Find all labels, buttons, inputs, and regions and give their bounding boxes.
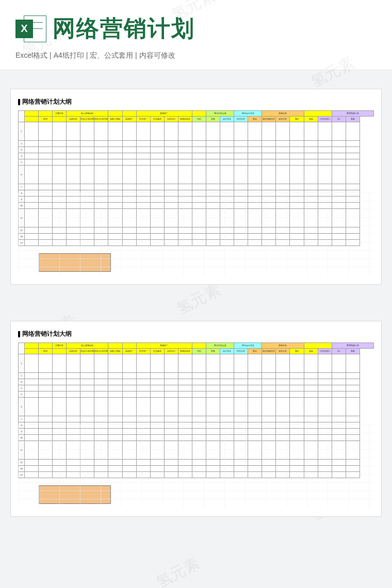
plan-table: 主要内容线上营销活动营销推广网站内容运营网站设计优化营销分析季度预算计划 阶段活…	[18, 342, 374, 478]
table-cell	[346, 398, 360, 416]
group-header-cell	[25, 111, 39, 117]
table-cell	[192, 385, 206, 391]
table-cell	[290, 203, 304, 209]
table-cell	[94, 379, 108, 385]
table-cell	[318, 398, 332, 416]
table-cell	[220, 472, 234, 478]
table-cell	[276, 422, 290, 429]
table-row: 7	[19, 416, 374, 422]
table-cell	[94, 159, 108, 166]
table-cell	[94, 240, 108, 246]
table-cell	[262, 441, 276, 460]
table-cell	[206, 422, 220, 429]
column-header-cell: 渠道推广	[122, 117, 136, 122]
table-cell	[178, 435, 192, 441]
group-header-cell: 季度预算计划	[332, 111, 373, 117]
table-cell	[234, 379, 248, 385]
row-number-cell: 10	[19, 203, 25, 209]
column-header-cell: 实际	[304, 117, 318, 122]
column-header-cell: 内容	[192, 117, 206, 122]
row-number-cell: 11	[19, 441, 25, 460]
page-subtitle: Excel格式 | A4纸打印 | 宏、公式套用 | 内容可修改	[15, 51, 377, 60]
group-header-cell	[39, 343, 53, 349]
row-number-cell: 5	[19, 391, 25, 398]
table-cell	[206, 398, 220, 416]
table-cell	[332, 147, 346, 153]
table-cell	[248, 385, 262, 391]
table-cell	[122, 373, 136, 379]
column-header-cell: 负责人/团队	[108, 349, 122, 354]
column-header-cell: 活动内容	[67, 117, 80, 122]
table-cell	[108, 379, 122, 385]
row-number-cell: 2	[19, 141, 25, 147]
table-cell	[290, 435, 304, 441]
table-cell	[39, 385, 53, 391]
table-cell	[80, 385, 94, 391]
group-header-cell	[122, 111, 136, 117]
table-cell	[234, 460, 248, 466]
table-cell	[262, 234, 276, 240]
table-cell	[248, 141, 262, 147]
table-cell	[39, 441, 53, 460]
row-number-cell: 1	[19, 354, 25, 373]
table-cell	[39, 147, 53, 153]
table-cell	[206, 153, 220, 159]
column-header-cell: 负责人/团队	[108, 117, 122, 122]
table-cell	[67, 166, 80, 184]
table-cell	[80, 466, 94, 472]
table-cell	[332, 234, 346, 240]
table-cell	[108, 398, 122, 416]
table-row: 9	[19, 197, 374, 203]
table-cell	[136, 429, 150, 435]
table-cell	[80, 159, 94, 166]
table-cell	[276, 184, 290, 190]
table-cell	[122, 184, 136, 190]
table-cell	[346, 422, 360, 429]
table-cell	[67, 435, 80, 441]
table-cell	[53, 435, 67, 441]
table-cell	[220, 441, 234, 460]
table-cell	[304, 460, 318, 466]
corner-cell	[19, 111, 25, 122]
table-cell	[53, 227, 67, 234]
table-cell	[318, 391, 332, 398]
column-header-cell: 计划完成%	[318, 349, 332, 354]
table-cell	[122, 141, 136, 147]
table-cell	[248, 166, 262, 184]
table-cell	[164, 159, 178, 166]
table-cell	[234, 422, 248, 429]
table-cell	[192, 422, 206, 429]
table-cell	[94, 373, 108, 379]
table-cell	[206, 227, 220, 234]
column-header-cell: 合作伙伴	[164, 349, 178, 354]
table-cell	[318, 122, 332, 141]
table-cell	[332, 385, 346, 391]
table-cell	[178, 422, 192, 429]
table-cell	[39, 354, 53, 373]
table-cell	[108, 122, 122, 141]
table-cell	[304, 373, 318, 379]
table-cell	[248, 441, 262, 460]
table-row: 6	[19, 166, 374, 184]
table-cell	[304, 466, 318, 472]
table-cell	[67, 385, 80, 391]
group-header-cell: 网站内容运营	[206, 111, 234, 117]
table-cell	[220, 141, 234, 147]
table-cell	[206, 159, 220, 166]
table-cell	[108, 441, 122, 460]
plan-table-head: 主要内容线上营销活动营销推广网站内容运营网站设计优化营销分析季度预算计划 阶段活…	[19, 343, 374, 354]
table-cell	[150, 460, 164, 466]
table-cell	[108, 373, 122, 379]
table-cell	[53, 190, 67, 197]
table-cell	[318, 159, 332, 166]
table-cell	[39, 460, 53, 466]
group-header-row: 主要内容线上营销活动营销推广网站内容运营网站设计优化营销分析季度预算计划	[19, 111, 374, 117]
table-cell	[136, 227, 150, 234]
table-cell	[206, 385, 220, 391]
table-cell	[290, 422, 304, 429]
table-cell	[67, 441, 80, 460]
table-cell	[276, 234, 290, 240]
table-cell	[276, 122, 290, 141]
table-cell	[136, 197, 150, 203]
table-cell	[304, 184, 318, 190]
